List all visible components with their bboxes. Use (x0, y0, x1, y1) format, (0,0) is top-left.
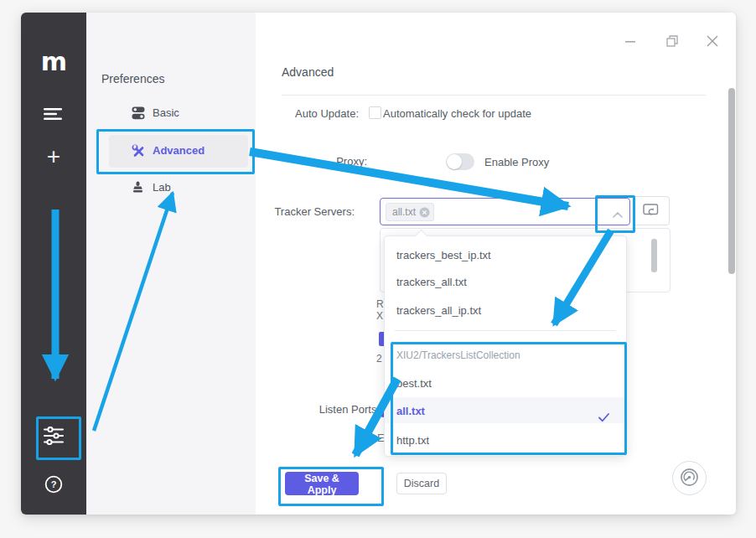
discard-button[interactable]: Discard (396, 473, 447, 494)
dropdown-item[interactable]: trackers_all_ip.txt (385, 297, 626, 323)
minimize-button[interactable] (619, 29, 642, 53)
annotation-box-chevron (595, 195, 635, 233)
restore-button[interactable] (660, 29, 684, 53)
toggles-icon (132, 106, 146, 121)
divider (282, 95, 706, 96)
add-task-icon[interactable]: + (21, 145, 86, 168)
app-window: m + ? (21, 13, 736, 515)
occluded-text-fragment: 2 (376, 353, 382, 365)
speed-gauge-button[interactable] (672, 461, 707, 495)
auto-update-checkbox[interactable] (369, 106, 381, 119)
occluded-text-fragment: R (376, 298, 384, 310)
auto-update-checkbox-label: Automatically check for update (383, 107, 531, 120)
help-icon[interactable]: ? (21, 474, 86, 498)
page-title: Advanced (282, 65, 334, 79)
proxy-toggle[interactable] (446, 153, 474, 170)
preferences-title: Preferences (101, 72, 164, 85)
nav-item-label: Lab (153, 181, 171, 194)
main-scrollbar[interactable] (728, 88, 735, 274)
nav-item-lab[interactable]: Lab (109, 172, 248, 204)
dropdown-item[interactable]: trackers_all.txt (385, 268, 626, 294)
textarea-scrollbar[interactable] (651, 239, 657, 272)
toggle-knob (447, 154, 462, 169)
nav-item-label: Basic (153, 106, 179, 119)
proxy-label: Proxy: (256, 155, 367, 168)
auto-update-label: Auto Update: (256, 107, 359, 120)
annotation-box-settings-icon (36, 416, 81, 460)
task-list-icon[interactable] (21, 107, 86, 124)
annotation-box-advanced (96, 129, 255, 174)
tracker-select[interactable]: all.txt (380, 198, 630, 225)
proxy-toggle-label: Enable Proxy (484, 156, 549, 168)
sync-tracker-button[interactable] (633, 196, 670, 225)
dropdown-item[interactable]: trackers_best_ip.txt (385, 241, 626, 267)
dropdown-divider (395, 330, 616, 331)
close-button[interactable] (701, 29, 724, 53)
tracker-tag: all.txt (386, 203, 434, 221)
annotation-box-tracker-group (391, 342, 627, 455)
occluded-text-fragment: X (376, 310, 383, 322)
stamp-icon (132, 181, 146, 195)
tag-close-icon[interactable] (419, 207, 430, 218)
nav-item-basic[interactable]: Basic (109, 97, 248, 130)
tracker-servers-label: Tracker Servers: (256, 205, 355, 218)
svg-text:?: ? (51, 479, 57, 489)
listen-ports-label: Listen Ports: (256, 403, 380, 416)
motrix-logo: m (21, 49, 86, 75)
annotation-box-save-button (278, 467, 384, 506)
preferences-panel: Preferences Basic (86, 13, 256, 515)
